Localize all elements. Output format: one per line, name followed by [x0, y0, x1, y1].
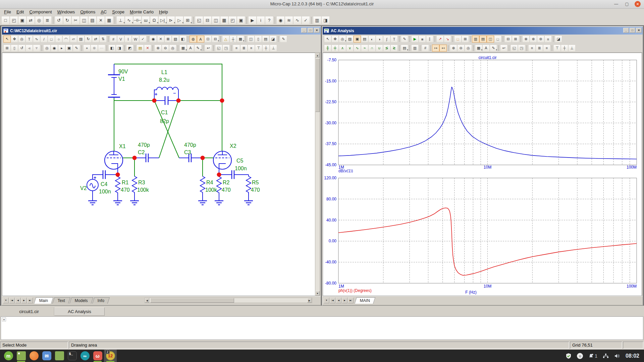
toolbar-transistor-part[interactable]: ⊳	[167, 16, 175, 24]
sch-tool-line-mode[interactable]: /	[40, 36, 48, 43]
menu-edit[interactable]: Edit	[14, 9, 26, 14]
ac-tool-y-axis-settings[interactable]: ⊕	[530, 36, 537, 43]
toolbar-new-file[interactable]: □	[1, 16, 10, 24]
toolbar-find-file[interactable]: ◎	[35, 16, 43, 24]
menu-scope[interactable]: Scope	[109, 9, 127, 14]
toolbar-performance[interactable]: ✓	[302, 16, 310, 24]
sch-tool2-more[interactable]: ⋯	[98, 45, 105, 52]
ac-tool-horizontal-panes[interactable]: ▥	[472, 36, 479, 43]
sch-tool2-mirror-v[interactable]: ▿	[33, 45, 40, 52]
shield-icon[interactable]	[566, 353, 572, 359]
ac-tool2-numeric-output[interactable]: #	[422, 45, 429, 52]
toolbar-split-window[interactable]: ◰	[228, 16, 237, 24]
sch-tool2-delete-page[interactable]: ✕	[144, 45, 151, 52]
menu-file[interactable]: File	[1, 9, 14, 14]
ac-tool-text-mode[interactable]: T	[390, 36, 398, 43]
sch-tool-title-block[interactable]: ◫	[247, 36, 255, 43]
ac-tool2-clipboard[interactable]: ▤	[401, 45, 408, 52]
plot-tab-main[interactable]: MAIN	[355, 297, 375, 304]
firefox-icon[interactable]	[28, 350, 40, 362]
sch-tool-power[interactable]: W	[132, 36, 139, 43]
show-desktop-button[interactable]	[15, 350, 28, 362]
ac-tool-select-box[interactable]: ▣	[354, 36, 361, 43]
sch-tool2-align-center[interactable]: ≣	[240, 45, 248, 52]
toolbar-tile-vertical[interactable]: ◫	[212, 16, 220, 24]
schematic-horizontal-scrollbar[interactable]: ◀ ▶	[145, 298, 312, 303]
message-close-icon[interactable]: ✕	[2, 317, 6, 321]
ac-tool2-valley[interactable]: ╪	[331, 45, 339, 52]
toolbar-tile-horizontal[interactable]: ⊟	[203, 16, 212, 24]
scroll-up-button[interactable]: ▲	[315, 53, 320, 58]
analysis-minimize-button[interactable]: _	[623, 28, 629, 33]
ac-tool2-inflection[interactable]: ∿	[354, 45, 361, 52]
sch-tool2-step-box[interactable]: ●	[83, 45, 91, 52]
sch-tool-pin-connections[interactable]: ◉	[150, 36, 157, 43]
sch-tool-properties[interactable]: ✎	[280, 36, 287, 43]
sch-tool-select-mode[interactable]: ↖	[3, 36, 11, 43]
analysis-maximize-button[interactable]: □	[630, 28, 635, 33]
analysis-window-titlebar[interactable]: AC Analysis _ □ ✕	[323, 27, 643, 35]
ac-tool-cursor-left[interactable]: ◐	[368, 36, 376, 43]
ac-tool2-high[interactable]: ∧	[339, 45, 346, 52]
sch-tool-polygon-mode[interactable]: ▱	[70, 36, 77, 43]
sch-tool-warning[interactable]: △	[222, 36, 229, 43]
toolbar-undo[interactable]: ↺	[55, 16, 63, 24]
schematic-maximize-button[interactable]: □	[308, 28, 313, 33]
mint-menu-button[interactable]: m	[2, 350, 15, 362]
toolbar-info[interactable]: i	[257, 16, 265, 24]
sch-tool-wire-mode[interactable]: ∿	[33, 36, 40, 43]
tab-next-button[interactable]: ▶	[21, 298, 27, 303]
ac-tool2-align-top[interactable]: ⊤	[553, 45, 561, 52]
tab-last-button[interactable]: ▶|	[27, 298, 33, 303]
toolbar-clear[interactable]: ✕	[97, 16, 105, 24]
ac-tool2-align-left[interactable]: ≡	[528, 45, 536, 52]
sch-tool2-find[interactable]: ◎	[43, 45, 51, 52]
ac-tool-zoom-mode[interactable]: ◎	[339, 36, 346, 43]
toolbar-save-file[interactable]: ▣	[18, 16, 26, 24]
sch-tool2-stop-box[interactable]: ⊗	[91, 45, 98, 52]
ac-tool2-align-center[interactable]: ≣	[536, 45, 543, 52]
ac-tool2-zoom-out[interactable]: ⊖	[457, 45, 465, 52]
sch-tool2-align-top[interactable]: ⊤	[255, 45, 262, 52]
toolbar-maximize-window[interactable]: ▣	[237, 16, 245, 24]
toolbar-model-editor[interactable]: ◨	[321, 16, 330, 24]
sheet-tab-models[interactable]: Models	[69, 297, 93, 304]
sch-tool2-paste-page[interactable]: ◳	[222, 45, 230, 52]
ac-tab-next-button[interactable]: ▶	[342, 298, 347, 303]
ac-tool-cursor-right[interactable]: ◑	[376, 36, 383, 43]
ac-tool2-pane-grid[interactable]: ▦	[475, 45, 482, 52]
ac-tool-cursor-mode[interactable]: ↗	[436, 36, 444, 43]
toolbar-translate[interactable]: ⇄	[26, 16, 35, 24]
toolbar-help[interactable]: ?	[265, 16, 273, 24]
ac-tool-edit-limits[interactable]: ◪	[555, 36, 562, 43]
sch-tool-sheet[interactable]: ▤	[262, 36, 269, 43]
ac-tool-vertical-panes[interactable]: ▤	[479, 36, 487, 43]
sch-tool-color-tool[interactable]: ◧	[179, 36, 186, 43]
toolbar-scope-tool[interactable]: ∿	[293, 16, 302, 24]
plot-area[interactable]: -7.50-15.00-22.50-30.00-37.50-45.001M10M…	[323, 53, 642, 296]
sch-tool-pan-mode[interactable]: ✥	[11, 36, 18, 43]
ac-tool2-normalize[interactable]: ↩	[500, 45, 507, 52]
ac-tool-go-to-value[interactable]: ≡	[544, 36, 552, 43]
ac-tool2-cursor-same[interactable]: ↤	[439, 45, 447, 52]
toolbar-resistor-part[interactable]: Ω	[150, 16, 158, 24]
sch-tool-find-component[interactable]: ◍	[190, 36, 197, 43]
sch-tool2-undo-page[interactable]: ◩	[126, 45, 133, 52]
ac-tool-overlay-panes[interactable]: ◫	[487, 36, 494, 43]
terminal-icon[interactable]: $_	[66, 350, 78, 362]
schematic-close-button[interactable]: ✕	[314, 28, 320, 33]
ac-tool2-align-right[interactable]: ≡	[543, 45, 550, 52]
sch-tool2-repeat[interactable]: ▣	[65, 45, 73, 52]
sch-tool2-copy-page[interactable]: ◱	[215, 45, 222, 52]
sch-tool-arc-mode[interactable]: ◠	[62, 36, 70, 43]
ac-tool-cursor-track[interactable]: ↘	[444, 36, 451, 43]
ac-tab-first-button[interactable]: |◀	[330, 298, 335, 303]
schematic-minimize-button[interactable]: _	[301, 28, 307, 33]
sch-tool2-align-right[interactable]: ≡	[248, 45, 255, 52]
menu-options[interactable]: Options	[77, 9, 98, 14]
mail-icon[interactable]: ✉	[40, 350, 53, 362]
sheet-tab-info[interactable]: Info	[92, 297, 110, 304]
sch-tool-page-link[interactable]: ◪	[269, 36, 277, 43]
volume-icon[interactable]	[614, 353, 620, 359]
scroll-right-button[interactable]: ▶	[307, 298, 312, 303]
